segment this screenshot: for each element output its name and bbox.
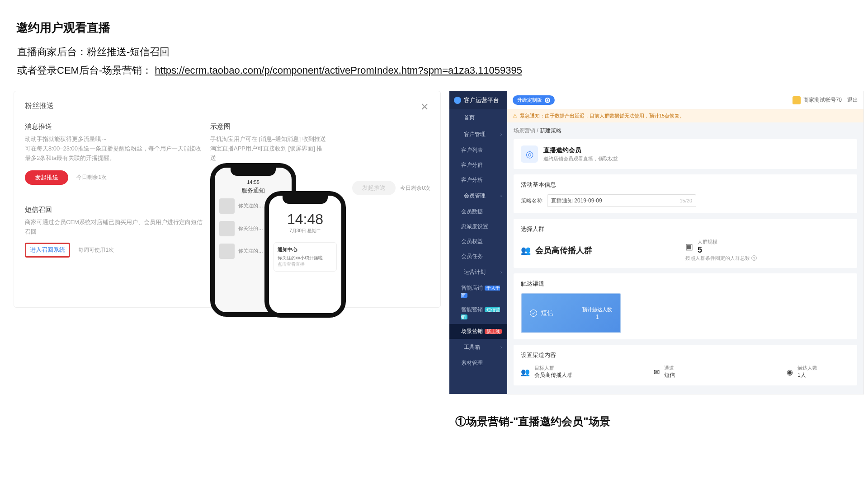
phone2-notif-card: 通知中心 你关注的xx小鸡开播啦 点击查看直播 [274,242,337,272]
nav-sub-智能店铺[interactable]: 智能店铺千人千面 [449,281,507,302]
col-target-label: 目标人群 [534,365,572,371]
col-channel-value: 短信 [664,371,675,379]
breadcrumb: 场景营销 / 新建策略 [507,122,863,139]
brand: 客户运营平台 [449,91,507,109]
help-icon[interactable]: ? [751,255,757,261]
channel-heading: 触达渠道 [521,280,850,288]
nav-工具箱[interactable]: 工具箱› [449,339,507,356]
chevron-right-icon: › [500,270,502,275]
nav-sub-客户分析[interactable]: 客户分析 [449,173,507,188]
nav-sub-会员任务[interactable]: 会员任务 [449,249,507,264]
select-crowd-card: 选择人群 👥 会员高传播人群 ▣ 人群规模 5 [514,219,857,268]
enter-recall-link[interactable]: 进入召回系统 [30,246,65,253]
sms-est-label: 预计触达人数 [582,307,612,312]
select-crowd-heading: 选择人群 [521,225,850,233]
caption-b: ①场景营销-"直播邀约会员"场景 [455,414,864,429]
scene-title: 直播邀约会员 [543,146,618,155]
fans-push-dialog: 粉丝推送 ✕ 消息推送 动动手指就能获得更多流量哦～ 可在每天8:00–23:0… [14,91,441,308]
group-icon: 👥 [521,245,531,255]
sms-channel-tile[interactable]: ✓ 短信 预计触达人数 1 [521,293,621,333]
nav-sub-智能营销[interactable]: 智能营销短信营销 [449,302,507,324]
nav-tag: 千人千面 [461,286,500,298]
group-name: 会员高传播人群 [535,245,592,256]
col-target-value: 会员高传播人群 [534,371,572,379]
msg-push-subtitle: 动动手指就能获得更多流量哦～ [25,135,206,144]
disabled-push-area: 发起推送 今日剩余0次 [352,181,430,195]
slide-subtitle-1: 直播商家后台：粉丝推送-短信召回 [17,44,868,60]
basic-info-heading: 活动基本信息 [521,181,850,189]
basic-info-card: 活动基本信息 策略名称 直播通知 2019-09-09 15/20 [514,174,857,213]
sample-phones: 14:55 服务通知 你关注的… 你关注的… 你关注的… 14:48 7月30日… [210,163,350,321]
scale-note: 按照人群条件圈定的人群总数? [685,255,757,262]
nav-首页[interactable]: 首页 [449,109,507,126]
nav-sub-会员数据[interactable]: 会员数据 [449,204,507,219]
slide-title: 邀约用户观看直播 [16,20,868,36]
nav: 首页客户管理›客户列表客户分群客户分析会员管理›会员数据忠诚度设置会员权益会员任… [449,109,507,371]
check-icon: ✓ [530,310,537,317]
send-push-button[interactable]: 发起推送 [25,170,68,185]
col-reach-label: 触达人数 [797,365,817,371]
reach-icon: ◉ [787,368,793,376]
gear-icon: ✿ [545,98,550,103]
upgrade-pill[interactable]: 升级定制版✿ [513,95,555,105]
avatar [793,96,801,104]
nav-sub-忠诚度设置[interactable]: 忠诚度设置 [449,219,507,234]
close-icon[interactable]: ✕ [420,101,429,113]
urgent-alert: 紧急通知：由于数据产出延迟，目前人群数据暂无法使用，预计15点恢复。 [507,109,863,122]
push-remaining-hint: 今日剩余1次 [76,174,107,180]
strategy-name-input[interactable]: 直播通知 2019-09-09 15/20 [547,194,696,207]
msg-push-heading: 消息推送 [25,122,206,131]
mail-icon: ✉ [654,368,660,376]
sms-recall-desc: 商家可通过会员CEM系统对店铺已购买用户、会员用户进行定向短信召回 [25,218,206,237]
phone2-card-title: 通知中心 [278,246,333,253]
scene-desc: 邀约店铺会员观看直播，领取权益 [543,155,618,162]
dialog-title: 粉丝推送 [25,101,429,111]
col-reach-value: 1人 [797,371,817,379]
phone2-clock: 14:48 [269,211,341,228]
brand-logo-icon [454,97,461,104]
nav-sub-客户分群[interactable]: 客户分群 [449,158,507,173]
sample-desc: 手机淘宝用户可在 [消息–通知消息] 收到推送淘宝直播APP用户可直接收到 [锁… [210,135,328,163]
channel-content-heading: 设置渠道内容 [521,351,850,359]
nav-sub-素材管理[interactable]: 素材管理 [449,356,507,371]
crm-backend: 客户运营平台 首页客户管理›客户列表客户分群客户分析会员管理›会员数据忠诚度设置… [449,91,864,394]
channel-card: 触达渠道 ✓ 短信 预计触达人数 1 [514,273,857,339]
strategy-name-count: 15/20 [679,198,692,203]
nav-sub-会员权益[interactable]: 会员权益 [449,234,507,249]
nav-客户管理[interactable]: 客户管理› [449,126,507,143]
scale-value: 5 [698,245,717,255]
nav-sub-客户列表[interactable]: 客户列表 [449,143,507,158]
crumb-2: 新建策略 [540,127,561,134]
sample-heading: 示意图 [210,122,429,131]
strategy-name-value: 直播通知 2019-09-09 [551,197,602,205]
enter-recall-highlight: 进入召回系统 [25,243,70,258]
scale-label: 人群规模 [698,239,717,245]
live-invite-icon: ◎ [521,145,538,163]
phone2-card-sub: 点击查看直播 [278,261,333,267]
brand-text: 客户运营平台 [464,96,499,104]
nav-sub-场景营销[interactable]: 场景营销新上线 [449,324,507,339]
chevron-right-icon: › [500,132,502,137]
account-name: 商家测试帐号70 [803,96,842,104]
sms-est-value: 1 [582,313,612,320]
scale-icon: ▣ [685,242,693,252]
cem-link[interactable]: https://ecrm.taobao.com/p/component/acti… [155,65,522,76]
nav-运营计划[interactable]: 运营计划› [449,264,507,281]
chevron-right-icon: › [500,345,502,350]
channel-content-card: 设置渠道内容 👥 目标人群 会员高传播人群 ✉ 通道 [514,345,857,385]
scene-hero: ◎ 直播邀约会员 邀约店铺会员观看直播，领取权益 [514,139,857,169]
phone1-statusbar: 14:55 [215,179,292,185]
push-remaining-zero: 今日剩余0次 [400,184,430,192]
phone2-card-text: 你关注的xx小鸡开播啦 [278,255,333,261]
logout-link[interactable]: 退出 [847,96,858,104]
col-channel-label: 通道 [664,365,675,371]
slide-subtitle-2: 或者登录CEM后台-场景营销： https://ecrm.taobao.com/… [17,62,868,78]
slide-subtitle-2-prefix: 或者登录CEM后台-场景营销： [17,65,152,76]
sms-channel-label: 短信 [541,309,553,317]
sidebar: 客户运营平台 首页客户管理›客户列表客户分群客户分析会员管理›会员数据忠诚度设置… [449,91,507,394]
msg-push-desc: 可在每天8:00–23:00推送一条直播提醒给粉丝，每个用户一天能接收最多2条和… [25,144,206,163]
nav-会员管理[interactable]: 会员管理› [449,188,507,204]
crumb-1[interactable]: 场景营销 [514,127,535,134]
target-icon: 👥 [521,368,530,376]
chevron-right-icon: › [500,193,502,198]
